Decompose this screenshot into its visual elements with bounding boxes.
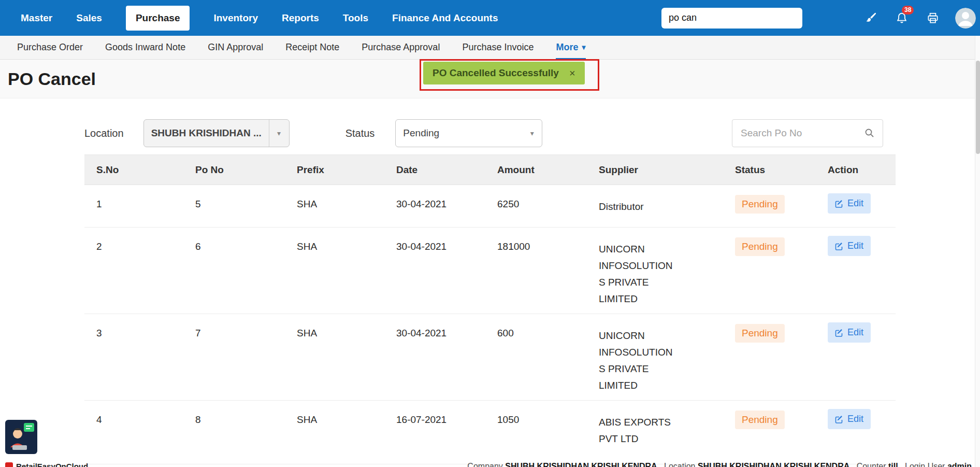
subnav-item-purchase-invoice[interactable]: Purchase Invoice [462, 42, 534, 53]
company-value: SHUBH KRISHIDHAN KRISHI KENDRA [505, 462, 657, 467]
edit-button[interactable]: Edit [828, 193, 871, 214]
po-cancel-table: S.No Po No Prefix Date Amount Supplier S… [84, 154, 896, 464]
subnav-item-gin-approval[interactable]: GIN Approval [208, 42, 263, 53]
global-search-input[interactable] [661, 8, 802, 29]
table-row: 2 6 SHA 30-04-2021 181000 UNICORN INFOSO… [84, 228, 896, 314]
cell-sno: 4 [84, 401, 195, 464]
counter-value: till [888, 462, 898, 467]
location-dropdown[interactable]: SHUBH KRISHIDHAN ... ▾ [143, 119, 290, 147]
cell-amount: 181000 [497, 228, 599, 314]
location-label: Location [84, 128, 124, 139]
notification-badge: 38 [902, 6, 914, 15]
toast-success: PO Cancelled Successfully × [423, 62, 585, 84]
purchase-submenu: Purchase Order Goods Inward Note GIN App… [0, 36, 980, 60]
header-status: Status [735, 155, 828, 185]
status-badge: Pending [735, 237, 785, 256]
cell-action: Edit [828, 314, 896, 401]
brand-logo-icon [5, 462, 13, 467]
topnav-right-section: 38 [661, 8, 980, 29]
cell-sno: 1 [84, 185, 195, 228]
cell-status: Pending [735, 314, 828, 401]
cell-po-no: 8 [195, 401, 297, 464]
cell-po-no: 6 [195, 228, 297, 314]
printer-icon[interactable] [926, 11, 940, 25]
edit-pencil-icon [835, 415, 843, 423]
status-badge: Pending [735, 411, 785, 429]
separator: , [900, 462, 902, 467]
scrollbar-thumb[interactable] [976, 61, 980, 154]
cell-supplier: UNICORN INFOSOLUTION S PRIVATE LIMITED [599, 314, 735, 401]
location-value: SHUBH KRISHIDHAN KRISHI KENDRA [698, 462, 849, 467]
brand-name: RetailEasyOnCloud [16, 462, 88, 467]
header-action: Action [828, 155, 896, 185]
location-dropdown-value: SHUBH KRISHIDHAN ... [144, 128, 269, 139]
nav-item-sales[interactable]: Sales [76, 12, 102, 24]
location-label: Location [664, 462, 696, 467]
subnav-item-purchase-approval[interactable]: Purchase Approval [362, 42, 440, 53]
subnav-item-purchase-order[interactable]: Purchase Order [17, 42, 83, 53]
edit-pencil-icon [835, 200, 843, 208]
cell-po-no: 5 [195, 185, 297, 228]
cell-supplier: UNICORN INFOSOLUTION S PRIVATE LIMITED [599, 228, 735, 314]
cell-status: Pending [735, 401, 828, 464]
vertical-scrollbar [975, 36, 980, 467]
nav-item-finance-and-accounts[interactable]: Finance And Accounts [392, 12, 498, 24]
table-row: 3 7 SHA 30-04-2021 600 UNICORN INFOSOLUT… [84, 314, 896, 401]
nav-item-reports[interactable]: Reports [282, 12, 319, 24]
header-supplier: Supplier [599, 155, 735, 185]
cell-prefix: SHA [297, 185, 396, 228]
status-badge: Pending [735, 195, 785, 214]
po-cancel-content: Location SHUBH KRISHIDHAN ... ▾ Status P… [0, 98, 896, 464]
separator: , [852, 462, 854, 467]
cell-status: Pending [735, 228, 828, 314]
cell-supplier: Distributor [599, 185, 735, 228]
cell-date: 16-07-2021 [396, 401, 497, 464]
cell-supplier: ABIS EXPORTS PVT LTD [599, 401, 735, 464]
table-row: 1 5 SHA 30-04-2021 6250 Distributor Pend… [84, 185, 896, 228]
nav-item-purchase[interactable]: Purchase [126, 6, 190, 31]
cell-status: Pending [735, 185, 828, 228]
po-search-input[interactable] [732, 119, 883, 147]
edit-button[interactable]: Edit [828, 322, 871, 343]
user-avatar[interactable] [955, 8, 976, 29]
cell-date: 30-04-2021 [396, 314, 497, 401]
cell-action: Edit [828, 228, 896, 314]
subnav-item-receipt-note[interactable]: Receipt Note [285, 42, 339, 53]
annotation-highlight-box: PO Cancelled Successfully × [420, 59, 599, 91]
header-date: Date [396, 155, 497, 185]
subnav-item-goods-inward-note[interactable]: Goods Inward Note [105, 42, 185, 53]
cell-sno: 2 [84, 228, 195, 314]
nav-item-inventory[interactable]: Inventory [213, 12, 258, 24]
status-dropdown[interactable]: Pending ▾ [395, 119, 542, 147]
cell-prefix: SHA [297, 314, 396, 401]
chat-widget[interactable] [5, 420, 37, 454]
edit-pencil-icon [835, 329, 843, 337]
separator: , [659, 462, 661, 467]
header-prefix: Prefix [297, 155, 396, 185]
cell-amount: 1050 [497, 401, 599, 464]
header-sno: S.No [84, 155, 195, 185]
table-header-row: S.No Po No Prefix Date Amount Supplier S… [84, 155, 896, 185]
cell-prefix: SHA [297, 401, 396, 464]
toast-close-icon[interactable]: × [569, 68, 575, 78]
status-dropdown-value: Pending [396, 128, 522, 139]
brush-icon[interactable] [863, 11, 876, 24]
cell-sno: 3 [84, 314, 195, 401]
page-title: PO Cancel [8, 69, 96, 89]
chevron-down-icon: ▾ [269, 129, 289, 137]
edit-button[interactable]: Edit [828, 409, 871, 429]
cell-amount: 600 [497, 314, 599, 401]
subnav-item-more[interactable]: More ▾ [556, 36, 585, 60]
cell-amount: 6250 [497, 185, 599, 228]
filter-bar: Location SHUBH KRISHIDHAN ... ▾ Status P… [84, 119, 896, 148]
counter-label: Counter [857, 462, 886, 467]
table-row: 4 8 SHA 16-07-2021 1050 ABIS EXPORTS PVT… [84, 401, 896, 464]
nav-item-master[interactable]: Master [21, 12, 52, 24]
edit-button[interactable]: Edit [828, 236, 871, 256]
chevron-down-icon: ▾ [582, 43, 585, 51]
notifications-bell-icon[interactable]: 38 [895, 11, 909, 25]
nav-item-tools[interactable]: Tools [343, 12, 368, 24]
chevron-down-icon: ▾ [522, 129, 542, 137]
po-search-box [732, 119, 883, 147]
search-icon [864, 128, 875, 138]
